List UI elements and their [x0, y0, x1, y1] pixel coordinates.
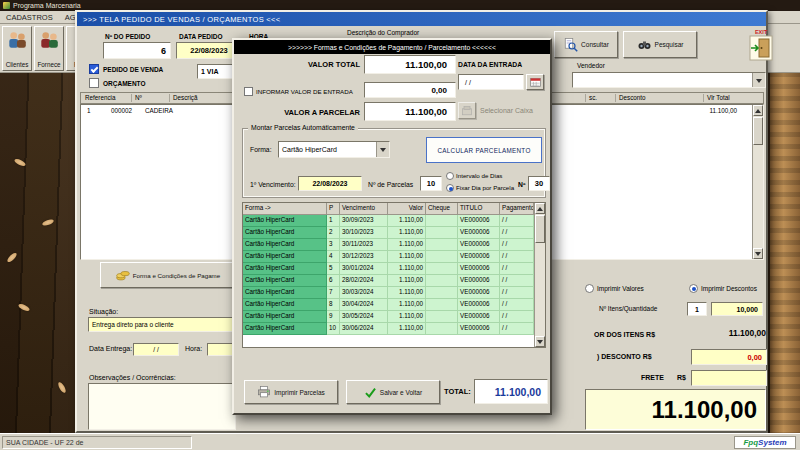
scroll-down-icon[interactable] [535, 336, 545, 347]
scroll-up-icon[interactable] [753, 105, 763, 116]
parcela-numero: 2 [327, 227, 340, 239]
informar-entrada-label: INFORMAR VALOR DE ENTRADA [256, 89, 353, 96]
parcela-pagamento: / / [500, 311, 534, 323]
payment-dialog: >>>>>> Formas e Condições de Pagamento /… [232, 38, 552, 415]
toolbar-clientes-button[interactable]: Clientes [2, 26, 32, 71]
valor-total-field[interactable]: 11.100,00 [364, 55, 456, 74]
items-header-numero: Nº [135, 95, 142, 102]
parcela-valor: 1.110,00 [388, 239, 426, 251]
parcela-forma: Cartão HiperCard [243, 299, 327, 311]
parcela-pagamento: / / [500, 215, 534, 227]
parcela-row[interactable]: Cartão HiperCard 3 30/11/2023 1.110,00 V… [243, 239, 534, 251]
orcamento-checkbox[interactable] [89, 78, 99, 88]
parcela-forma: Cartão HiperCard [243, 215, 327, 227]
scroll-up-icon[interactable] [535, 203, 545, 214]
parcela-valor: 1.110,00 [388, 287, 426, 299]
parcela-vencimento: 30/11/2023 [340, 239, 388, 251]
parcela-pagamento: / / [500, 275, 534, 287]
payment-dialog-titlebar[interactable]: >>>>>> Formas e Condições de Pagamento /… [234, 40, 550, 54]
data-entrada-field[interactable]: / / [458, 74, 524, 90]
scroll-thumb[interactable] [535, 215, 545, 243]
parcela-row[interactable]: Cartão HiperCard 4 30/12/2023 1.110,00 V… [243, 251, 534, 263]
salvar-voltar-label: Salvar e Voltar [380, 389, 422, 396]
items-scrollbar[interactable] [752, 105, 763, 259]
buyer-label: Descrição do Comprador [347, 29, 419, 36]
vendedor-label: Vendedor [577, 62, 605, 69]
itens-field[interactable]: 1 [687, 302, 707, 316]
chevron-down-icon[interactable] [376, 142, 389, 157]
observacoes-textarea[interactable] [88, 383, 236, 430]
parcela-cheque [426, 227, 458, 239]
parcela-row[interactable]: Cartão HiperCard 5 30/01/2024 1.110,00 V… [243, 263, 534, 275]
app-title: Programa Marcenaria [13, 2, 81, 9]
pesquisar-button[interactable]: Pesquisar [623, 31, 697, 58]
parcela-vencimento: 30/03/2024 [340, 287, 388, 299]
imprimir-descontos-radio[interactable] [689, 284, 698, 293]
parcela-row[interactable]: Cartão HiperCard 10 30/06/2024 1.110,00 … [243, 323, 534, 335]
valor-parcelar-field[interactable]: 11.100,00 [364, 102, 456, 121]
scroll-thumb[interactable] [753, 117, 763, 145]
parcela-cheque [426, 299, 458, 311]
toolbar-fornecedores-button[interactable]: Fornece [34, 26, 64, 71]
calendar-button[interactable] [526, 74, 544, 90]
exit-button[interactable]: EXIT [745, 29, 777, 65]
parcela-forma: Cartão HiperCard [243, 323, 327, 335]
desconto-field[interactable]: 0,00 [691, 349, 767, 365]
num-field[interactable]: 30 [528, 176, 550, 191]
parcelas-scrollbar[interactable] [534, 203, 545, 347]
parcela-numero: 8 [327, 299, 340, 311]
parcela-valor: 1.110,00 [388, 227, 426, 239]
menu-cadastros[interactable]: CADASTROS [0, 13, 59, 22]
parcela-forma: Cartão HiperCard [243, 263, 327, 275]
data-entrega-field[interactable]: / / [133, 343, 179, 356]
parcelas-field[interactable]: 10 [420, 176, 442, 191]
consultar-label: Consultar [581, 41, 609, 48]
parcela-numero: 1 [327, 215, 340, 227]
quantidade-field[interactable]: 10,000 [711, 302, 763, 316]
fixar-dia-radio[interactable] [446, 184, 454, 192]
salvar-voltar-button[interactable]: Salvar e Voltar [346, 380, 440, 404]
consultar-button[interactable]: Consultar [554, 31, 618, 58]
order-no-field[interactable]: 6 [103, 42, 171, 59]
scroll-down-icon[interactable] [753, 248, 763, 259]
chevron-down-icon[interactable] [752, 73, 765, 87]
entrada-field[interactable]: 0,00 [364, 82, 456, 98]
app-icon [3, 2, 10, 9]
intervalo-dias-radio[interactable] [446, 172, 454, 180]
printer-icon [257, 385, 271, 399]
parcelas-table-header[interactable]: Forma -> P Vencimento Valor Cheque TITUL… [243, 203, 534, 215]
parcela-row[interactable]: Cartão HiperCard 8 30/04/2024 1.110,00 V… [243, 299, 534, 311]
selecionar-caixa-button[interactable] [458, 102, 476, 119]
header-vencimento: Vencimento [340, 203, 388, 215]
frete-field[interactable] [691, 370, 767, 386]
parcela-row[interactable]: Cartão HiperCard 7 30/03/2024 1.110,00 V… [243, 287, 534, 299]
parcela-vencimento: 30/09/2023 [340, 215, 388, 227]
parcela-pagamento: / / [500, 251, 534, 263]
payment-conditions-button[interactable]: Forma e Condições de Pagame [100, 262, 236, 288]
parcela-vencimento: 30/06/2024 [340, 323, 388, 335]
forma-select[interactable]: Cartão HiperCard [278, 141, 390, 158]
parcelas-label: Nº de Parcelas [368, 181, 413, 188]
parcela-numero: 6 [327, 275, 340, 287]
vencimento-field[interactable]: 22/08/2023 [298, 176, 362, 191]
montar-parcelas-group-label: Montar Parcelas Automáticamente [248, 124, 358, 131]
order-window-titlebar[interactable]: >>> TELA PEDIDO DE VENDAS / ORÇAMENTOS <… [77, 12, 766, 26]
parcela-valor: 1.110,00 [388, 251, 426, 263]
imprimir-valores-radio[interactable] [585, 284, 594, 293]
calcular-parcelamento-button[interactable]: CALCULAR PARCELAMENTO [426, 137, 542, 163]
informar-entrada-checkbox[interactable] [244, 87, 253, 96]
parcela-row[interactable]: Cartão HiperCard 1 30/09/2023 1.110,00 V… [243, 215, 534, 227]
imprimir-parcelas-button[interactable]: Imprimir Parcelas [244, 380, 338, 404]
payment-conditions-label: Forma e Condições de Pagame [133, 272, 220, 279]
parcela-row[interactable]: Cartão HiperCard 6 28/02/2024 1.110,00 V… [243, 275, 534, 287]
vendedor-select[interactable] [572, 72, 766, 88]
parcela-vencimento: 30/10/2023 [340, 227, 388, 239]
parcela-row[interactable]: Cartão HiperCard 2 30/10/2023 1.110,00 V… [243, 227, 534, 239]
parcela-row[interactable]: Cartão HiperCard 9 30/05/2024 1.110,00 V… [243, 311, 534, 323]
situacao-field[interactable]: Entrega direto para o cliente [88, 317, 236, 332]
pedido-venda-checkbox[interactable] [89, 64, 99, 74]
imprimir-parcelas-label: Imprimir Parcelas [274, 389, 325, 396]
pesquisar-icon [637, 37, 652, 52]
parcela-numero: 4 [327, 251, 340, 263]
parcela-pagamento: / / [500, 239, 534, 251]
